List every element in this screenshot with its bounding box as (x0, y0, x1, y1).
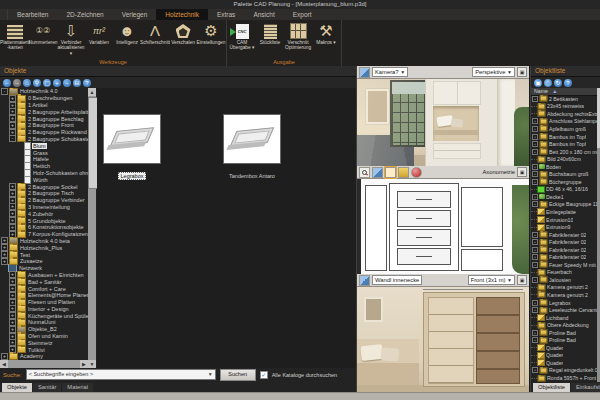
cart-icon[interactable]: ⊟ (73, 79, 81, 87)
expand-icon[interactable]: + (532, 232, 538, 238)
object-list-item-abdeckung-rechtsextrusion[interactable]: Abdeckung rechtsExtrusion (531, 110, 597, 118)
object-list-item-quader[interactable]: Quader (531, 344, 597, 352)
menu-tab-2d-zeichnen[interactable]: 2D-Zeichnen (57, 9, 112, 20)
expand-icon[interactable]: + (532, 149, 538, 155)
expand-icon[interactable]: + (532, 201, 538, 207)
expand-icon[interactable]: + (532, 337, 538, 343)
ribbon-button-variablen[interactable]: πr²Variablen (85, 21, 113, 58)
all-catalogs-checkbox[interactable]: ✓ (260, 371, 268, 379)
tab-material[interactable]: Material (62, 383, 93, 392)
viewport-front-elevation[interactable] (357, 287, 529, 395)
ribbon-button-makros[interactable]: ⚒Makros ▾ (312, 21, 340, 58)
object-list-item-extrusion10[interactable]: Extrusion10 (531, 216, 597, 224)
scroll-down-arrow[interactable]: ▼ (88, 360, 96, 368)
expand-icon[interactable]: + (1, 258, 8, 265)
object-list-item-feuer-speedy-m-mit-amb[interactable]: +Feuer Speedy M mit Amb (531, 261, 597, 269)
view-cube-icon[interactable] (359, 275, 370, 286)
tab-sanitär[interactable]: Sanitär (33, 383, 61, 392)
chevron-down-icon[interactable]: ▼ (207, 371, 214, 378)
object-list-item-legrabox[interactable]: +Legrabox (531, 299, 597, 307)
expand-icon[interactable]: + (532, 126, 538, 132)
object-list-item-buchsbaum-groß[interactable]: +Buchsbaum groß (531, 170, 597, 178)
object-list-item-quader[interactable]: Quader (531, 352, 597, 360)
open-folder-icon[interactable] (385, 167, 396, 178)
ribbon-button-plattenmaterialien-kanten[interactable]: Plattenmaterialien/ -kanten (1, 21, 29, 58)
expand-icon[interactable]: + (532, 171, 538, 177)
expand-icon[interactable]: + (532, 194, 538, 200)
menu-tab-verlegen[interactable]: Verlegen (113, 9, 157, 20)
object-list-item-extrusion9[interactable]: Extrusion9 (531, 223, 597, 231)
expand-icon[interactable]: + (1, 353, 8, 360)
scroll-right-arrow[interactable]: ▶ (80, 360, 88, 368)
maximize-viewport-button[interactable]: ▣ (517, 167, 527, 177)
object-list-item-apfelbaum-groß[interactable]: +Apfelbaum groß (531, 125, 597, 133)
object-list-item-dd-46-x-46-16-16[interactable]: DD 46 x 46, 16/16 (531, 186, 597, 194)
collapse-icon[interactable]: - (1, 88, 8, 95)
expand-icon[interactable]: + (532, 330, 538, 336)
camera-view-dropdown[interactable]: Kamera? ▼ (372, 67, 408, 77)
expand-icon[interactable]: + (532, 164, 538, 170)
expand-icon[interactable]: + (532, 300, 538, 306)
print-icon[interactable]: ⎙ (544, 79, 552, 87)
tree-item-häfele[interactable]: Häfele (0, 156, 88, 163)
view-cube-icon[interactable] (359, 67, 370, 78)
search-icon[interactable]: ⚲ (33, 79, 41, 87)
expand-icon[interactable]: + (532, 179, 538, 185)
add-icon[interactable]: + (53, 79, 61, 87)
object-list-item-lichtband[interactable]: Lichtband (531, 314, 597, 322)
scroll-up-arrow[interactable]: ▲ (88, 88, 96, 96)
tree-item-2-baugruppe-schubkasten[interactable]: -2 Baugruppe Schubkasten (0, 136, 88, 143)
home-icon[interactable]: ⌂ (23, 79, 31, 87)
expand-icon[interactable]: + (532, 367, 538, 373)
viewport-perspective-render[interactable] (357, 79, 529, 166)
menu-tab-ansicht[interactable]: Ansicht (244, 9, 283, 20)
object-list-item-decke1[interactable]: +Decke1 (531, 193, 597, 201)
search-button[interactable]: Suchen (220, 369, 256, 381)
wall-view-dropdown[interactable]: Wandl innenecke (372, 275, 422, 285)
ribbon-button-stückliste[interactable]: Stückliste (256, 21, 284, 58)
object-list-item-einlegeplatte[interactable]: Einlegeplatte (531, 208, 597, 216)
ribbon-button-cam-übergabe[interactable]: CNCCAM Übergabe ▾ (228, 21, 256, 58)
menu-tab-export[interactable]: Export (284, 9, 321, 20)
object-list-item-proline-bad[interactable]: +Proline Bad (531, 337, 597, 345)
help-icon[interactable]: ? (83, 79, 91, 87)
expand-icon[interactable]: + (532, 96, 538, 102)
object-list-item-fabrikfenster-02[interactable]: +Fabrikfenster 02 (531, 253, 597, 261)
ribbon-button-verbinder-aktualisieren[interactable]: ⇩Verbinder aktualisieren ▾ (57, 21, 85, 58)
expand-icon[interactable]: + (532, 134, 538, 140)
view-cube-icon[interactable] (372, 167, 383, 178)
tab-objektliste[interactable]: Objektliste (533, 383, 570, 392)
object-list-item-quader[interactable]: Quader (531, 359, 597, 367)
zoom-icon[interactable] (359, 167, 370, 178)
tree-item-holz-schubkasten-ohne-au[interactable]: Holz-Schubkasten ohne Au (0, 170, 88, 177)
tree-item-grass[interactable]: Grass (0, 149, 88, 156)
tree-vertical-scrollbar[interactable]: ▲ ▼ (88, 88, 96, 368)
object-list-item-jalousien[interactable]: +Jalousien (531, 276, 597, 284)
export-icon[interactable]: ▣ (534, 79, 542, 87)
maximize-viewport-button[interactable]: ▣ (517, 67, 527, 77)
object-list-item-ronda-5957h-front-decor[interactable]: Ronda 5957h + Front Decor (531, 374, 597, 382)
object-list-item-proline-bad[interactable]: +Proline Bad (531, 329, 597, 337)
collapse-icon[interactable]: - (9, 135, 16, 142)
tree-horizontal-scrollbar[interactable]: ◀ ▶ (0, 360, 88, 368)
tree-item-hettich[interactable]: Hettich (0, 163, 88, 170)
ribbon-button-verschnitt-optimierung[interactable]: Verschnitt Optimierung (284, 21, 312, 58)
forward-icon[interactable]: → (13, 79, 21, 87)
menu-tab-holztechnik[interactable]: Holztechnik (156, 9, 208, 20)
object-list-item-fabrikfenster-02[interactable]: +Fabrikfenster 02 (531, 246, 597, 254)
tree-item-holztechnik-4-0[interactable]: -Holztechnik 4.0 (0, 88, 88, 95)
ribbon-button-nummerieren[interactable]: ①②Nummerieren (29, 21, 57, 58)
projection-label[interactable]: Axonometrie (482, 169, 515, 175)
object-list-item-bambus-im-topf[interactable]: +Bambus im Topf (531, 133, 597, 141)
ribbon-button-intelligenz[interactable]: ☻Intelligenz (113, 21, 141, 58)
object-list-item-bild-240x60cm[interactable]: Bild 240x60cm (531, 155, 597, 163)
catalog-thumbnail-tandembox-antaro[interactable]: Tandembox Antaro (223, 114, 281, 182)
search-input[interactable]: < Suchbegriffe eingeben > ▼ (26, 369, 216, 380)
object-list-item-fabrikfenster-02[interactable]: +Fabrikfenster 02 (531, 238, 597, 246)
object-list-item-kamera-genutzt-2[interactable]: Kamera genutzt 2 (531, 291, 597, 299)
expand-icon[interactable]: + (532, 118, 538, 124)
expand-icon[interactable]: + (532, 254, 538, 260)
scroll-left-arrow[interactable]: ◀ (0, 360, 8, 368)
tree-item-zusaetze[interactable]: +Zusaetze (0, 258, 88, 265)
refresh-icon[interactable]: ↻ (554, 79, 562, 87)
